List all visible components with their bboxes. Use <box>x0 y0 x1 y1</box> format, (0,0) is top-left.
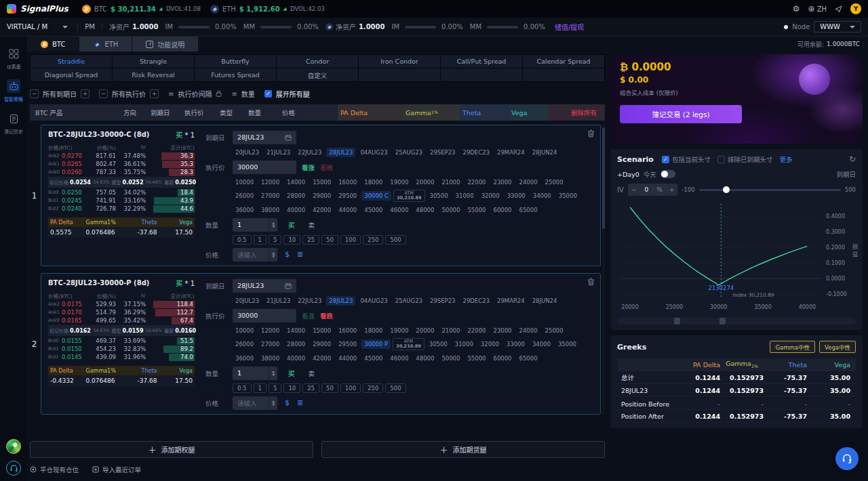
strike-chip-50000[interactable]: 50000 <box>439 205 462 215</box>
strike-interval-filter[interactable]: ≡ 执行价间隔 <box>168 89 222 99</box>
call-toggle[interactable]: 看涨 <box>302 311 315 320</box>
price-input[interactable]: 请输入▲▼ <box>233 396 277 410</box>
tab-btc[interactable]: ₿ BTC <box>27 37 79 51</box>
expiry-chip-20jul23[interactable]: 20JUL23 <box>233 148 262 157</box>
quick-amount-500[interactable]: 500 <box>385 383 406 393</box>
strike-select[interactable]: 30000 <box>233 309 296 322</box>
strike-chip-34000[interactable]: 34000 <box>530 191 554 201</box>
strike-chip-33000[interactable]: 33000 <box>505 191 528 201</box>
strike-chip-65000[interactable]: 65000 <box>517 205 540 215</box>
strike-chip-30500[interactable]: 30500 <box>427 339 450 349</box>
import-orders-link[interactable]: 导入最近订单 <box>92 465 141 474</box>
column-header-gamma[interactable]: Gamma1% <box>403 104 460 121</box>
strike-chip-16000[interactable]: 16000 <box>336 177 359 187</box>
expiry-chip-22jul23[interactable]: 22JUL23 <box>295 296 324 306</box>
add-future-leg-button[interactable]: ＋ 添加期货腿 <box>321 441 605 458</box>
strike-chip-18000[interactable]: 18000 <box>361 177 385 187</box>
orderbook-row[interactable]: Bid20.0145439.0931.96%74.0 <box>48 353 195 361</box>
stepper-icon[interactable]: ▲▼ <box>269 367 277 380</box>
expiry-chip-25aug23[interactable]: 25AUG23 <box>393 296 425 306</box>
strike-chip-44000[interactable]: 44000 <box>336 205 359 215</box>
strike-chip-44000[interactable]: 44000 <box>336 354 359 363</box>
strike-chip-30000-p[interactable]: 30000 P <box>361 339 391 349</box>
include-current-checkbox[interactable]: ✓ 包括当前头寸 <box>662 154 711 164</box>
strike-chip-33000[interactable]: 33000 <box>504 339 528 349</box>
strike-chip-55000[interactable]: 55000 <box>465 354 488 363</box>
strategy-condor[interactable]: Condor <box>277 55 358 68</box>
strategy-butterfly[interactable]: Butterfly <box>195 55 276 68</box>
put-toggle[interactable]: 看跌 <box>320 163 333 172</box>
quick-amount-25[interactable]: 25 <box>302 235 319 245</box>
strike-chip-31000[interactable]: 31000 <box>453 191 477 201</box>
strike-chip-34000[interactable]: 34000 <box>530 339 553 349</box>
strike-chip-40000[interactable]: 40000 <box>284 354 308 363</box>
strike-chip-36000[interactable]: 36000 <box>233 205 256 215</box>
strike-chip-20000[interactable]: 20000 <box>413 326 437 335</box>
deposit-withdraw-link[interactable]: 储值/提现 <box>555 22 584 32</box>
expand-all-legs-checkbox[interactable]: ✓ 展开所有腿 <box>264 89 310 99</box>
strike-chip-25000[interactable]: 25000 <box>542 177 566 187</box>
sidebar-item-dashboard[interactable]: 仪表盘 <box>3 42 24 75</box>
orderbook-row[interactable]: Ask20.0175529.9337.15%118.4 <box>48 300 195 308</box>
strike-chip-25000[interactable]: 25000 <box>542 326 566 335</box>
put-toggle[interactable]: 看跌 <box>320 311 333 320</box>
expiry-chip-25aug23[interactable]: 25AUG23 <box>393 148 425 157</box>
more-link[interactable]: 更多 <box>779 154 792 164</box>
strike-chip-26000[interactable]: 26000 <box>233 191 256 201</box>
strike-chip-29500[interactable]: 29500 <box>336 339 359 349</box>
expiry-chip-22jul23[interactable]: 22JUL23 <box>295 148 324 157</box>
node-select[interactable]: WWW <box>814 21 861 33</box>
iv-slider[interactable] <box>699 189 841 191</box>
strategy-calendar-spread[interactable]: Calendar Spread <box>523 55 604 68</box>
orderbook-row[interactable]: Ask10.0170514.7936.29%112.7 <box>48 308 195 316</box>
strike-chip-60000[interactable]: 60000 <box>490 205 514 215</box>
strike-chip-19000[interactable]: 19000 <box>387 177 411 187</box>
refresh-icon[interactable]: ↻ <box>849 154 856 164</box>
language-globe-icon[interactable]: ⊕ZH <box>808 4 827 14</box>
telegram-icon[interactable] <box>835 5 842 13</box>
column-header-删除所有[interactable]: 删除所有 <box>548 104 605 121</box>
add-option-leg-button[interactable]: ＋ 添加期权腿 <box>30 441 313 458</box>
expiry-chip-28jun24[interactable]: 28JUN24 <box>530 296 560 306</box>
depth-icon[interactable]: ≣ <box>297 250 303 259</box>
sell-toggle[interactable]: 卖 <box>309 369 315 378</box>
strike-chip-46000[interactable]: 46000 <box>387 354 411 363</box>
strategy-strangle[interactable]: Strangle <box>113 55 194 68</box>
strike-chip-14000[interactable]: 14000 <box>284 326 308 335</box>
delete-leg-icon[interactable] <box>587 278 595 287</box>
strike-chip-29500[interactable]: 29500 <box>336 191 359 201</box>
strike-chip-16000[interactable]: 16000 <box>336 326 359 335</box>
day-toggle[interactable] <box>660 170 675 178</box>
buy-toggle[interactable]: 买 <box>288 220 295 230</box>
orderbook-row[interactable]: Bid10.0150454.2332.83%89.2 <box>48 345 195 353</box>
strike-chip-35000[interactable]: 35000 <box>555 339 579 349</box>
exclude-expired-checkbox[interactable]: 排除已到期头寸 <box>717 154 773 164</box>
plus-icon[interactable]: + <box>666 186 678 193</box>
orderbook-row[interactable]: Bid20.0240726.7832.29%44.6 <box>48 205 195 213</box>
strike-chip-65000[interactable]: 65000 <box>517 354 540 363</box>
strike-chip-40000[interactable]: 40000 <box>284 205 308 215</box>
strategy-futures-spread[interactable]: Futures Spread <box>195 68 276 81</box>
strike-chip-22000[interactable]: 22000 <box>465 326 488 335</box>
strike-chip-21000[interactable]: 21000 <box>439 326 462 335</box>
quick-amount-25[interactable]: 25 <box>302 383 319 393</box>
strategy-iron-condor[interactable]: Iron Condor <box>359 55 440 68</box>
strike-chip-18000[interactable]: 18000 <box>361 326 385 335</box>
expiry-chip-04aug23[interactable]: 04AUG23 <box>357 296 390 306</box>
tab-eth[interactable]: ◆ ETH <box>79 37 132 51</box>
strike-chip-38000[interactable]: 38000 <box>258 205 282 215</box>
orderbook-row[interactable]: Bid10.0245741.9133.16%43.9 <box>48 196 195 205</box>
strategy-diagonal-spread[interactable]: Diagonal Spread <box>31 68 112 81</box>
range-handle[interactable] <box>674 318 680 325</box>
strike-chip-28000[interactable]: 28000 <box>284 191 308 201</box>
strike-chip-24000[interactable]: 24000 <box>517 326 540 335</box>
column-header-vega[interactable]: Vega <box>509 104 548 121</box>
settings-gear-icon[interactable]: ⚙ <box>793 4 800 14</box>
sidebar-item-history[interactable]: 簿记历史 <box>3 107 24 140</box>
customer-service-fab[interactable] <box>835 447 859 470</box>
expiry-select[interactable]: 28JUL23 <box>233 279 296 293</box>
quick-amount-0-5[interactable]: 0.5 <box>233 235 252 245</box>
expiry-filter[interactable]: − 所有到期日 + <box>30 89 90 99</box>
quick-amount-10[interactable]: 10 <box>283 235 300 245</box>
strike-chip-55000[interactable]: 55000 <box>465 205 488 215</box>
